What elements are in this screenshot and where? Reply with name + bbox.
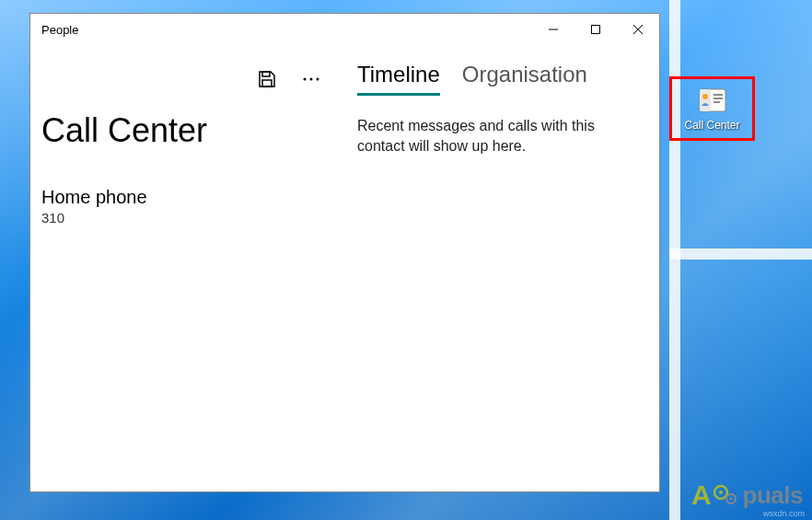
watermark-brand: puals (743, 481, 803, 510)
svg-point-7 (310, 78, 313, 81)
maximize-button[interactable] (574, 14, 617, 45)
desktop-icon-label: Call Center (684, 119, 739, 132)
contact-details-panel: Call Center Home phone 310 (30, 45, 353, 491)
people-app-window: People (29, 13, 660, 492)
tab-timeline[interactable]: Timeline (357, 62, 440, 96)
desktop-contact-shortcut[interactable]: Call Center (669, 76, 755, 141)
phone-label: Home phone (41, 187, 342, 208)
action-row (41, 56, 342, 102)
site-watermark: wsxdn.com (763, 509, 805, 518)
svg-rect-4 (262, 72, 270, 76)
close-icon (633, 25, 643, 34)
window-controls (532, 14, 659, 45)
svg-rect-1 (592, 26, 600, 34)
svg-rect-5 (262, 80, 272, 87)
save-button[interactable] (255, 67, 279, 91)
titlebar[interactable]: People (30, 14, 659, 45)
close-button[interactable] (617, 14, 659, 45)
app-body: Call Center Home phone 310 Timeline Orga… (30, 45, 659, 491)
minimize-icon (549, 25, 558, 34)
phone-value[interactable]: 310 (41, 210, 342, 225)
tabs: Timeline Organisation (357, 62, 641, 96)
svg-point-16 (719, 491, 723, 494)
tab-organisation[interactable]: Organisation (462, 62, 587, 96)
gear-icon (712, 481, 739, 509)
svg-point-6 (304, 78, 307, 81)
svg-rect-10 (700, 89, 711, 111)
more-options-button[interactable] (299, 67, 323, 91)
save-icon (258, 70, 276, 88)
maximize-icon (591, 25, 600, 34)
ellipsis-icon (302, 76, 320, 82)
watermark: A puals (691, 480, 803, 511)
contact-name-heading: Call Center (41, 111, 342, 150)
contact-field: Home phone 310 (41, 187, 342, 225)
svg-point-8 (317, 78, 319, 81)
svg-point-11 (702, 94, 708, 99)
watermark-letter-a: A (691, 480, 712, 511)
window-title: People (41, 23, 78, 37)
timeline-empty-message: Recent messages and calls with this cont… (357, 116, 641, 157)
minimize-button[interactable] (532, 14, 574, 45)
svg-point-18 (729, 498, 732, 501)
contact-icon (698, 86, 727, 115)
watermark-logo: A (691, 480, 739, 511)
timeline-panel: Timeline Organisation Recent messages an… (353, 45, 659, 491)
